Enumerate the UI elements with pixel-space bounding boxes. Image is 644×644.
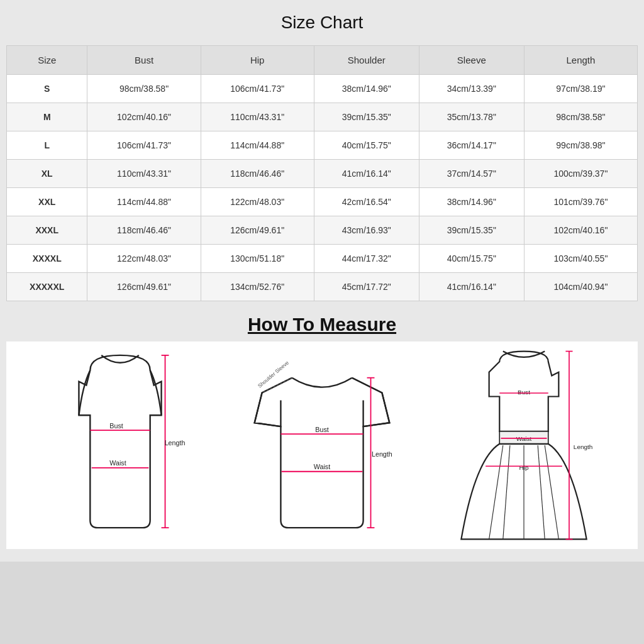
measurement-cell: 103cm/40.55" [524, 245, 637, 273]
measurement-cell: 114cm/44.88" [87, 188, 201, 216]
table-body: S98cm/38.58"106cm/41.73"38cm/14.96"34cm/… [7, 75, 638, 301]
svg-text:Bust: Bust [315, 426, 328, 433]
size-cell: XXXXL [7, 245, 87, 273]
size-cell: L [7, 131, 87, 160]
size-cell: XXL [7, 188, 87, 216]
measurement-cell: 34cm/13.39" [419, 75, 524, 103]
diagram-dress: Bust Waist Hip Length [430, 348, 618, 543]
measurement-cell: 100cm/39.37" [524, 160, 637, 188]
table-row: XXXXL122cm/48.03"130cm/51.18"44cm/17.32"… [7, 245, 638, 273]
measurement-cell: 110cm/43.31" [87, 160, 201, 188]
measurement-cell: 45cm/17.72" [314, 273, 419, 301]
table-header-cell: Bust [87, 46, 201, 75]
how-to-measure-title: How To Measure [6, 314, 638, 335]
size-cell: S [7, 75, 87, 103]
svg-text:Bust: Bust [109, 422, 123, 430]
svg-text:Shoulder Sleeve: Shoulder Sleeve [257, 359, 291, 389]
measurement-cell: 38cm/14.96" [314, 75, 419, 103]
measurement-cell: 40cm/15.75" [314, 131, 419, 160]
measurement-cell: 42cm/16.54" [314, 188, 419, 216]
diagram-tshirt: Shoulder Sleeve Bust Waist Length [228, 348, 416, 543]
measurement-cell: 39cm/15.35" [314, 103, 419, 131]
svg-line-18 [489, 445, 503, 539]
page-title: Size Chart [6, 13, 638, 33]
diagram-tank: Bust Waist Length [26, 348, 214, 543]
table-row: S98cm/38.58"106cm/41.73"38cm/14.96"34cm/… [7, 75, 638, 103]
measurement-cell: 114cm/44.88" [201, 131, 314, 160]
measurement-cell: 35cm/13.78" [419, 103, 524, 131]
table-row: M102cm/40.16"110cm/43.31"39cm/15.35"35cm… [7, 103, 638, 131]
measurement-cell: 41cm/16.14" [314, 160, 419, 188]
table-row: XXXL118cm/46.46"126cm/49.61"43cm/16.93"3… [7, 216, 638, 245]
table-row: L106cm/41.73"114cm/44.88"40cm/15.75"36cm… [7, 131, 638, 160]
table-row: XXXXXL126cm/49.61"134cm/52.76"45cm/17.72… [7, 273, 638, 301]
size-cell: XXXL [7, 216, 87, 245]
measurement-cell: 99cm/38.98" [524, 131, 637, 160]
measurement-cell: 102cm/40.16" [87, 103, 201, 131]
svg-text:Waist: Waist [516, 435, 532, 442]
tank-svg: Bust Waist Length [26, 348, 214, 543]
svg-line-22 [545, 445, 559, 539]
measurement-cell: 38cm/14.96" [419, 188, 524, 216]
size-cell: XL [7, 160, 87, 188]
table-header-cell: Shoulder [314, 46, 419, 75]
measurement-cell: 130cm/51.18" [201, 245, 314, 273]
measurement-cell: 102cm/40.16" [524, 216, 637, 245]
table-header-cell: Size [7, 46, 87, 75]
svg-line-19 [503, 445, 510, 539]
measurement-cell: 98cm/38.58" [524, 103, 637, 131]
size-cell: M [7, 103, 87, 131]
measurement-cell: 106cm/41.73" [201, 75, 314, 103]
measurement-cell: 44cm/17.32" [314, 245, 419, 273]
size-table: SizeBustHipShoulderSleeveLength S98cm/38… [6, 45, 638, 301]
measurement-cell: 122cm/48.03" [87, 245, 201, 273]
measurement-cell: 97cm/38.19" [524, 75, 637, 103]
measurement-cell: 106cm/41.73" [87, 131, 201, 160]
measurement-cell: 110cm/43.31" [201, 103, 314, 131]
diagrams-row: Bust Waist Length [6, 341, 638, 549]
table-row: XL110cm/43.31"118cm/46.46"41cm/16.14"37c… [7, 160, 638, 188]
measurement-cell: 126cm/49.61" [87, 273, 201, 301]
svg-text:Length: Length [164, 439, 185, 447]
table-header-cell: Hip [201, 46, 314, 75]
svg-text:Bust: Bust [518, 389, 530, 396]
table-header-cell: Sleeve [419, 46, 524, 75]
svg-line-21 [538, 445, 545, 539]
size-cell: XXXXXL [7, 273, 87, 301]
measurement-cell: 43cm/16.93" [314, 216, 419, 245]
tshirt-svg: Shoulder Sleeve Bust Waist Length [228, 348, 416, 543]
measurement-cell: 40cm/15.75" [419, 245, 524, 273]
measurement-cell: 118cm/46.46" [87, 216, 201, 245]
page-wrapper: Size Chart SizeBustHipShoulderSleeveLeng… [0, 0, 644, 562]
measurement-cell: 134cm/52.76" [201, 273, 314, 301]
table-header-cell: Length [524, 46, 637, 75]
measurement-cell: 41cm/16.14" [419, 273, 524, 301]
table-header-row: SizeBustHipShoulderSleeveLength [7, 46, 638, 75]
dress-svg: Bust Waist Hip Length [430, 348, 618, 543]
measurement-cell: 122cm/48.03" [201, 188, 314, 216]
measurement-cell: 37cm/14.57" [419, 160, 524, 188]
measurement-cell: 36cm/14.17" [419, 131, 524, 160]
svg-text:Length: Length [372, 450, 392, 458]
measurement-cell: 104cm/40.94" [524, 273, 637, 301]
measurement-cell: 39cm/15.35" [419, 216, 524, 245]
svg-text:Waist: Waist [109, 459, 126, 467]
svg-text:Length: Length [574, 443, 592, 450]
measurement-cell: 126cm/49.61" [201, 216, 314, 245]
measurement-cell: 101cm/39.76" [524, 188, 637, 216]
table-row: XXL114cm/44.88"122cm/48.03"42cm/16.54"38… [7, 188, 638, 216]
measurement-cell: 118cm/46.46" [201, 160, 314, 188]
svg-text:Waist: Waist [314, 463, 330, 470]
svg-text:Hip: Hip [519, 464, 529, 471]
measurement-cell: 98cm/38.58" [87, 75, 201, 103]
